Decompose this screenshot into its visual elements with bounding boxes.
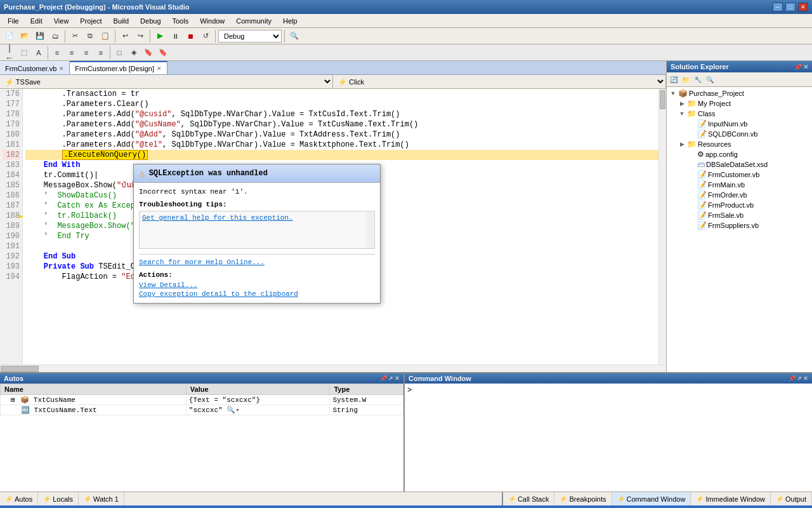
h-scrollbar-thumb[interactable] [1,366,39,372]
view-detail-link[interactable]: View Detail... [139,281,375,289]
tb2-btn6[interactable]: ≡ [79,46,93,60]
tb2-btn11[interactable]: 🔖 [156,46,170,60]
tb2-btn1[interactable]: |← [3,46,16,60]
bottom-tab-commandwindow[interactable]: ⚡ Command Window [612,492,691,505]
tb2-btn4[interactable]: ≡ [50,46,64,60]
save-btn[interactable]: 💾 [33,29,47,43]
menu-build[interactable]: Build [108,16,134,26]
se-item-resources[interactable]: ▶ 📁 Resources [668,139,811,149]
tb2-btn10[interactable]: 🔖 [141,46,155,60]
copy-btn[interactable]: ⧉ [83,29,97,43]
config-dropdown[interactable]: Debug [218,30,282,43]
close-button[interactable]: ✕ [798,3,808,11]
menu-file[interactable]: File [3,16,24,26]
expand-value-icon[interactable]: 🔍▾ [226,406,240,414]
menu-community[interactable]: Community [231,16,277,26]
menu-view[interactable]: View [49,16,74,26]
se-item-inputnum[interactable]: 📝 InputNum.vb [668,119,811,129]
se-properties-btn[interactable]: 🔧 [692,74,704,85]
autos-expand-icon[interactable]: ↗ [388,375,393,382]
pause-btn[interactable]: ⏸ [168,29,182,43]
se-refresh-btn[interactable]: 🔄 [668,74,679,85]
stop-btn[interactable]: ⏹ [183,29,197,43]
undo-btn[interactable]: ↩ [118,29,132,43]
menu-help[interactable]: Help [278,16,303,26]
se-show-all-btn[interactable]: 📁 [680,74,691,85]
se-item-frmsuppliers[interactable]: 📝 FrmSuppliers.vb [668,220,811,231]
se-search-btn[interactable]: 🔍 [704,74,716,85]
minimize-button[interactable]: ─ [773,3,783,11]
find-btn[interactable]: 🔍 [287,29,301,43]
editor-scrollbar-h[interactable] [0,364,666,372]
tb2-btn3[interactable]: A [32,46,46,60]
window-controls[interactable]: ─ □ ✕ [773,3,808,11]
se-close-icon[interactable]: ✕ [803,64,808,70]
bottom-tab-callstack[interactable]: ⚡ Call Stack [503,492,555,505]
method-dropdown-left[interactable]: ⚡ TSSave [0,75,333,88]
se-item-my-project[interactable]: ▶ 📁 My Project [668,98,811,109]
editor-scrollbar-v[interactable] [658,89,666,364]
search-link[interactable]: Search for more Help Online... [139,258,375,266]
help-link[interactable]: Get general help for this exception. [142,214,293,222]
tb2-btn2[interactable]: ⬚ [17,46,31,60]
menu-window[interactable]: Window [195,16,230,26]
cmd-content[interactable]: > [405,384,812,491]
se-root-item[interactable]: ▼ 📦 Purchase_Project [668,88,811,98]
tb2-btn7[interactable]: ≡ [94,46,108,60]
bottom-tab-autos[interactable]: ⚡ Autos [0,492,38,505]
paste-btn[interactable]: 📋 [98,29,112,43]
cmd-close-icon[interactable]: ✕ [803,375,808,382]
se-item-frmmain[interactable]: 📝 FrmMain.vb [668,180,811,190]
tb2-btn9[interactable]: ◈ [127,46,141,60]
bottom-tab-output[interactable]: ⚡ Output [771,492,812,505]
exception-scrollbar[interactable] [365,211,374,248]
tb2-btn8[interactable]: □ [112,46,126,60]
expand-icon-1[interactable]: ⊞ [11,396,15,404]
tab-design-close-icon[interactable]: ✕ [157,65,162,72]
new-project-btn[interactable]: 📄 [3,29,16,43]
tab-close-icon[interactable]: ✕ [59,65,64,72]
se-item-class[interactable]: ▼ 📁 Class [668,109,811,119]
tab-frm-customer-design[interactable]: FrmCustomer.vb [Design] ✕ [70,61,167,74]
cmd-pin-icon[interactable]: 📌 [789,375,796,382]
redo-btn[interactable]: ↪ [133,29,147,43]
se-item-frmcustomer[interactable]: 📝 FrmCustomer.vb [668,170,811,180]
autos-pin-icon[interactable]: 📌 [380,375,387,382]
restart-btn[interactable]: ↺ [199,29,213,43]
se-class-expand[interactable]: ▼ [678,110,686,117]
se-my-project-expand[interactable]: ▶ [678,100,686,107]
bottom-tab-immediate[interactable]: ⚡ Immediate Window [691,492,771,505]
bottom-tab-breakpoints[interactable]: ⚡ Breakpoints [554,492,612,505]
se-item-frmorder[interactable]: 📝 FrmOrder.vb [668,190,811,200]
bottom-tab-locals[interactable]: ⚡ Locals [38,492,79,505]
se-item-frmsale[interactable]: 📝 FrmSale.vb [668,210,811,220]
se-item-appconfig[interactable]: ⚙ app.config [668,149,811,159]
autos-close-icon[interactable]: ✕ [395,375,400,382]
start-btn-debug[interactable]: ▶ [153,29,167,43]
bottom-tab-watch1[interactable]: ⚡ Watch 1 [79,492,124,505]
se-item-dbsale[interactable]: 🗃 DBSaleDataSet.xsd [668,159,811,170]
scrollbar-thumb[interactable] [660,90,665,109]
tab-frm-customer-vb[interactable]: FrmCustomer.vb ✕ [0,61,70,74]
menu-debug[interactable]: Debug [135,16,166,26]
method-dropdown-right[interactable]: ⚡ Click [333,75,666,88]
menu-project[interactable]: Project [75,16,107,26]
cut-btn[interactable]: ✂ [68,29,82,43]
menu-tools[interactable]: Tools [167,16,194,26]
menu-edit[interactable]: Edit [25,16,48,26]
exception-help-area[interactable]: Get general help for this exception. [139,211,375,249]
autos-row-1[interactable]: ⊞ 📦 TxtCusName {Text = "scxcxc"} System.… [1,395,403,405]
save-all-btn[interactable]: 🗂 [48,29,62,43]
pin-icon[interactable]: 📌 [794,64,802,70]
cmd-expand-icon[interactable]: ↗ [797,375,802,382]
se-resources-expand[interactable]: ▶ [678,141,686,147]
code-editor[interactable]: ➤ 176177178179 180181 182 183184185186 1… [0,89,666,364]
autos-row-2[interactable]: 🔤 TxtCusName.Text "scxcxc" 🔍▾ String [1,405,403,415]
se-root-expand[interactable]: ▼ [669,90,677,97]
se-item-frmproduct[interactable]: 📝 FrmProduct.vb [668,200,811,210]
maximize-button[interactable]: □ [785,3,796,11]
copy-exception-link[interactable]: Copy exception detail to the clipboard [139,290,375,298]
se-item-sqldbconn[interactable]: 📝 SQLDBConn.vb [668,129,811,139]
tb2-btn5[interactable]: ≡ [65,46,79,60]
open-btn[interactable]: 📂 [18,29,32,43]
